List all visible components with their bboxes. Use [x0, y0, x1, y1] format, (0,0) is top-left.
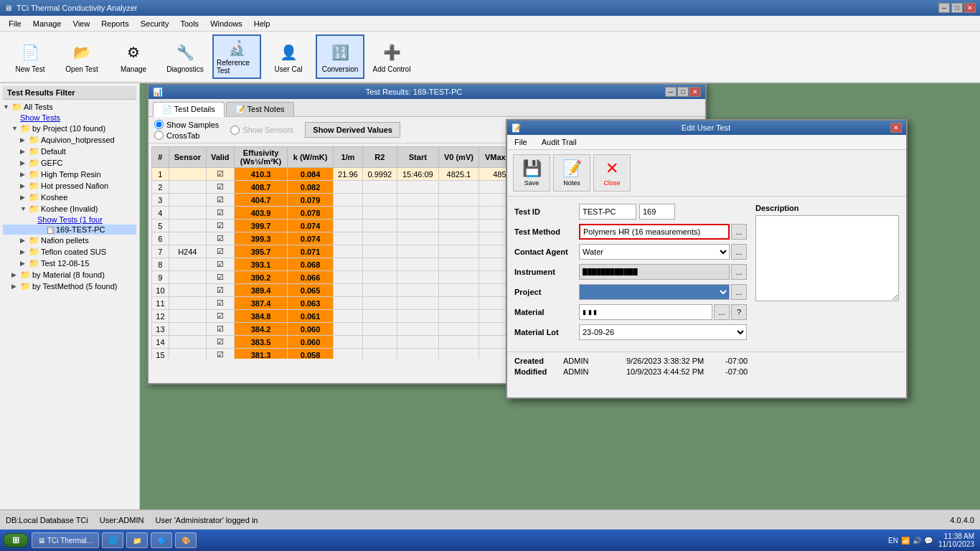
window-minimize-button[interactable]: ─ [665, 87, 677, 97]
crosstab-option[interactable]: CrossTab [154, 131, 219, 140]
sidebar-item-label: Teflon coated SUS [41, 248, 106, 256]
instrument-input[interactable] [579, 264, 730, 280]
dialog-menu-file[interactable]: File [512, 136, 530, 148]
menu-file[interactable]: File [3, 18, 27, 29]
taskbar-app-edge[interactable]: 🔷 [151, 532, 172, 548]
material-lot-select[interactable]: 23-09-26 [579, 324, 747, 340]
table-cell [362, 194, 397, 207]
window-close-button[interactable]: ✕ [689, 87, 701, 97]
add-control-button[interactable]: ➕ Add Control [367, 34, 416, 79]
created-row: Created ADMIN 9/26/2023 3:38:32 PM -07:0… [514, 357, 899, 365]
explorer-icon: 📁 [133, 537, 141, 545]
sidebar-item-nafion-pellets[interactable]: ▶ 📁 Nafion pellets [3, 235, 136, 246]
new-test-button[interactable]: 📄 New Test [6, 34, 55, 79]
sidebar-item-all-tests[interactable]: ▼ 📁 All Tests [3, 101, 136, 113]
col-r2: R2 [362, 147, 397, 168]
diagnostics-button[interactable]: 🔧 Diagnostics [161, 34, 209, 79]
sidebar-item-default[interactable]: ▶ 📁 Default [3, 146, 136, 157]
sidebar-item-high-temp[interactable]: ▶ 📁 High Temp Resin [3, 169, 136, 180]
sidebar-item-gefc[interactable]: ▶ 📁 GEFC [3, 157, 136, 169]
dialog-save-button[interactable]: 💾 Save [513, 154, 550, 192]
folder-icon: 📁 [29, 192, 39, 202]
table-cell [438, 245, 479, 258]
window-maximize-button[interactable]: □ [677, 87, 689, 97]
table-cell [169, 336, 206, 349]
menu-help[interactable]: Help [248, 18, 276, 29]
project-ellipsis[interactable]: ... [731, 284, 747, 300]
sidebar-item-koshee-invalid[interactable]: ▼ 📁 Koshee (Invalid) [3, 203, 136, 215]
minimize-button[interactable]: ─ [938, 3, 950, 13]
test-method-ellipsis[interactable]: ... [731, 224, 747, 240]
table-cell [397, 297, 438, 310]
table-cell: 0.065 [288, 284, 334, 297]
user-cal-button[interactable]: 👤 User Cal [264, 34, 313, 79]
dialog-close-button[interactable]: ✕ Close [593, 154, 631, 192]
material-input[interactable] [579, 304, 712, 320]
table-cell: ☑ [206, 297, 234, 310]
expand-icon: ▼ [20, 205, 27, 212]
reference-test-button[interactable]: 🔬 Reference Test [212, 34, 261, 79]
maximize-button[interactable]: □ [951, 3, 963, 13]
menu-manage[interactable]: Manage [27, 18, 67, 29]
modified-user: ADMIN [563, 367, 621, 376]
manage-button[interactable]: ⚙ Manage [109, 34, 158, 79]
show-samples-option[interactable]: Show Samples [154, 120, 219, 129]
contact-agent-ellipsis[interactable]: ... [731, 244, 747, 260]
menu-tools[interactable]: Tools [174, 18, 204, 29]
table-cell [397, 232, 438, 245]
system-tray: EN 📶 🔊 💬 [888, 537, 933, 545]
modified-tz: -07:00 [725, 367, 768, 376]
instrument-row: Instrument ... [514, 264, 747, 280]
created-label: Created [514, 357, 557, 365]
sidebar-item-teflon[interactable]: ▶ 📁 Teflon coated SUS [3, 246, 136, 258]
sidebar-item-test-12[interactable]: ▶ 📁 Test 12-08-15 [3, 258, 136, 269]
table-cell: ☑ [206, 284, 234, 297]
folder-icon: 📁 [11, 102, 22, 112]
sidebar-item-by-material[interactable]: ▶ 📁 by Material (8 found) [3, 269, 136, 281]
material-ellipsis[interactable]: ... [714, 304, 730, 320]
project-select[interactable] [579, 284, 730, 300]
test-id-input[interactable] [579, 204, 636, 220]
taskbar-app-tci[interactable]: 🖥 TCi Thermal... [32, 532, 99, 548]
table-cell [397, 310, 438, 323]
test-method-input[interactable] [579, 224, 730, 240]
dialog-close-x-button[interactable]: ✕ [890, 123, 902, 133]
tab-test-details[interactable]: 📄 Test Details [153, 102, 225, 117]
conversion-button[interactable]: 🔢 Conversion [316, 34, 364, 79]
close-button[interactable]: ✕ [964, 3, 976, 13]
tab-test-notes[interactable]: 📝 Test Notes [226, 102, 294, 116]
sidebar-item-aquivion[interactable]: ▶ 📁 Aquivion_hotpressed [3, 134, 136, 146]
menu-security[interactable]: Security [135, 18, 175, 29]
menu-windows[interactable]: Windows [204, 18, 248, 29]
instrument-ellipsis[interactable]: ... [731, 264, 747, 280]
table-cell [362, 220, 397, 232]
table-cell [438, 258, 479, 271]
folder-icon: 📁 [29, 169, 39, 179]
description-textarea[interactable] [755, 215, 899, 301]
table-cell [169, 271, 206, 284]
modified-row: Modified ADMIN 10/9/2023 4:44:52 PM -07:… [514, 367, 899, 376]
show-sensors-option[interactable]: Show Sensors [230, 126, 293, 135]
menu-reports[interactable]: Reports [95, 18, 135, 29]
show-derived-button[interactable]: Show Derived Values [305, 122, 400, 138]
table-cell [333, 258, 362, 271]
sidebar-item-by-testmethod[interactable]: ▶ 📁 by TestMethod (5 found) [3, 281, 136, 292]
open-test-button[interactable]: 📂 Open Test [57, 34, 106, 79]
test-id-num-input[interactable] [639, 204, 675, 220]
contact-agent-select[interactable]: Water [579, 244, 730, 260]
dialog-menu-audit[interactable]: Audit Trail [539, 136, 580, 148]
dialog-notes-button[interactable]: 📝 Notes [553, 154, 590, 192]
sidebar-item-169[interactable]: 📋 169-TEST-PC [3, 225, 136, 235]
sidebar-item-by-project[interactable]: ▼ 📁 by Project (10 found) [3, 123, 136, 134]
table-cell: ☑ [206, 232, 234, 245]
taskbar-app-explorer[interactable]: 📁 [126, 532, 148, 548]
sidebar-item-hot-nafion[interactable]: ▶ 📁 Hot pressed Nafion [3, 180, 136, 192]
taskbar-app-ie[interactable]: 🌐 [102, 532, 123, 548]
sidebar-item-koshee[interactable]: ▶ 📁 Koshee [3, 192, 136, 203]
taskbar-app-paint[interactable]: 🎨 [175, 532, 197, 548]
material-question[interactable]: ? [731, 304, 747, 320]
menu-view[interactable]: View [67, 18, 96, 29]
start-button[interactable]: ⊞ [3, 533, 29, 547]
sidebar-item-show-tests-1[interactable]: Show Tests (1 four [3, 215, 136, 225]
sidebar-item-show-tests[interactable]: Show Tests [3, 113, 136, 123]
